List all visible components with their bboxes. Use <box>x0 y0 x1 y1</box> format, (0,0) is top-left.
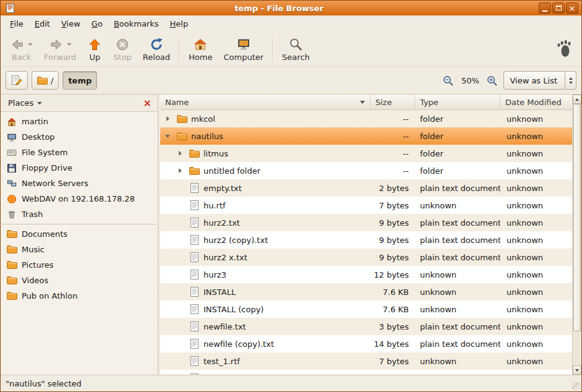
toggle-location-entry-button[interactable] <box>6 71 28 90</box>
expander-icon[interactable] <box>176 166 185 175</box>
file-row-litmus[interactable]: litmus--folderunknown <box>160 145 572 162</box>
menu-view[interactable]: View <box>56 17 86 30</box>
sidebar-item-label: Pictures <box>22 260 53 270</box>
webdav-icon <box>6 194 17 204</box>
dropdown-arrow-icon[interactable] <box>28 43 33 46</box>
sidebar-item-trash[interactable]: Trash <box>1 207 158 222</box>
file-row-untitled-folder[interactable]: untitled folder--folderunknown <box>160 162 572 179</box>
menu-help[interactable]: Help <box>165 17 194 30</box>
file-type-cell: unknown <box>415 201 500 210</box>
places-selector[interactable]: Places <box>4 97 46 109</box>
gnome-foot-icon <box>557 40 571 58</box>
file-size-cell: -- <box>370 132 415 141</box>
column-header-size[interactable]: Size <box>370 95 415 109</box>
menu-bookmarks[interactable]: Bookmarks <box>108 17 165 30</box>
file-name-cell: litmus <box>160 149 370 158</box>
close-button[interactable]: × <box>566 2 578 14</box>
toolbar-button-up[interactable]: Up <box>82 35 108 63</box>
file-date-cell: unknown <box>500 184 572 193</box>
sidebar-item-martin[interactable]: martin <box>1 114 158 129</box>
view-mode-steppers[interactable] <box>565 72 576 89</box>
file-row-mkcol[interactable]: mkcol--folderunknown <box>160 110 572 127</box>
forward-icon <box>49 36 72 53</box>
scrollbar-track[interactable] <box>573 104 581 365</box>
column-header-name[interactable]: Name <box>160 95 370 109</box>
expander-icon[interactable] <box>176 149 185 158</box>
file-row-install-copy[interactable]: INSTALL (copy)7.6 KBunknownunknown <box>160 300 572 318</box>
sidebar-item-network-servers[interactable]: Network Servers <box>1 176 158 191</box>
minimize-button[interactable] <box>539 2 551 14</box>
file-name: newfile (copy).txt <box>203 339 274 349</box>
file-name: newfile.txt <box>203 322 246 331</box>
sidebar-item-pictures[interactable]: Pictures <box>1 257 158 273</box>
toolbar-button-home[interactable]: Home <box>183 35 218 63</box>
trash-icon <box>6 210 17 219</box>
titlebar[interactable]: temp - File Browser × <box>1 1 581 15</box>
file-name: hurz2 (copy).txt <box>203 236 268 245</box>
column-header-type[interactable]: Type <box>415 95 500 109</box>
file-row-hu-rtf[interactable]: hu.rtf7 bytesunknownunknown <box>160 197 572 214</box>
toolbar-button-search[interactable]: Search <box>276 35 315 63</box>
toolbar-button-forward[interactable]: Forward <box>38 35 82 63</box>
file-type-cell: plain text document <box>415 339 500 349</box>
stop-icon <box>115 36 130 53</box>
path-button-current[interactable]: temp <box>62 71 97 90</box>
sidebar-header: Places × <box>1 95 158 112</box>
toolbar-button-stop[interactable]: Stop <box>108 35 137 63</box>
search-icon <box>288 36 303 53</box>
file-row-hurz2-x-txt[interactable]: hurz2 x.txt9 bytesplain text documentunk… <box>160 249 572 266</box>
vertical-scrollbar[interactable] <box>572 95 581 375</box>
toolbar-button-computer[interactable]: Computer <box>218 35 269 63</box>
file-date-cell: unknown <box>500 114 572 124</box>
sidebar-item-label: File System <box>22 148 67 157</box>
sidebar-item-documents[interactable]: Documents <box>1 226 158 242</box>
sidebar-item-videos[interactable]: Videos <box>1 273 158 288</box>
sidebar-item-file-system[interactable]: File System <box>1 145 158 160</box>
file-row-install[interactable]: INSTALL7.6 KBunknownunknown <box>160 283 572 300</box>
file-row-newfile-txt[interactable]: newfile.txt3 bytesplain text documentunk… <box>160 318 572 335</box>
sidebar-item-webdav-on-192-168-178-28[interactable]: WebDAV on 192.168.178.28 <box>1 191 158 207</box>
file-browser-window: temp - File Browser × FileEditViewGoBook… <box>0 0 582 392</box>
toolbar-button-label: Computer <box>223 53 263 62</box>
sidebar-item-pub-on-athlon[interactable]: Pub on Athlon <box>1 288 158 304</box>
sidebar-item-music[interactable]: Music <box>1 242 158 257</box>
scrollbar-thumb[interactable] <box>573 104 581 331</box>
expander-spacer <box>176 339 185 348</box>
expander-icon[interactable] <box>164 114 173 123</box>
zoom-in-button[interactable] <box>484 75 500 87</box>
file-row-nautilus[interactable]: nautilus--folderunknown <box>160 127 572 145</box>
dropdown-arrow-icon[interactable] <box>67 43 72 46</box>
zoom-out-button[interactable] <box>440 75 456 87</box>
scroll-up-button[interactable] <box>573 95 581 104</box>
file-name-cell: INSTALL (copy) <box>160 304 370 314</box>
scroll-down-button[interactable] <box>573 365 581 375</box>
view-mode-select[interactable]: View as List <box>503 71 576 90</box>
menu-edit[interactable]: Edit <box>29 17 56 30</box>
column-header-date-modified[interactable]: Date Modified <box>500 95 572 109</box>
file-row-hurz3[interactable]: hurz312 bytesunknownunknown <box>160 266 572 283</box>
file-row-untitled-folder-2[interactable]: untitled folder (2)1.7 KBunknownunknown <box>160 370 572 375</box>
maximize-button[interactable] <box>552 2 565 14</box>
file-row-empty-txt[interactable]: empty.txt2 bytesplain text documentunkno… <box>160 179 572 197</box>
menu-file[interactable]: File <box>4 17 29 30</box>
expander-icon[interactable] <box>164 132 173 140</box>
file-size-cell: 7.6 KB <box>370 305 415 314</box>
toolbar-button-back[interactable]: Back <box>4 35 38 63</box>
file-row-test-1-rtf[interactable]: test_1.rtf7 bytesunknownunknown <box>160 352 572 370</box>
file-row-hurz2-copy-txt[interactable]: hurz2 (copy).txt9 bytesplain text docume… <box>160 231 572 249</box>
maximize-icon <box>556 6 562 11</box>
path-button-root[interactable]: / <box>32 71 59 90</box>
sidebar-close-button[interactable]: × <box>141 98 154 108</box>
toolbar-button-reload[interactable]: Reload <box>137 35 176 63</box>
sidebar-item-floppy-drive[interactable]: Floppy Drive <box>1 160 158 176</box>
file-date-cell: unknown <box>500 236 572 245</box>
file-size-cell: 7 bytes <box>370 201 415 210</box>
file-size-cell: 3 bytes <box>370 322 415 331</box>
window-controls: × <box>539 2 578 14</box>
places-title: Places <box>8 98 33 108</box>
file-row-hurz2-txt[interactable]: hurz2.txt9 bytesplain text documentunkno… <box>160 214 572 231</box>
file-date-cell: unknown <box>500 339 572 349</box>
sidebar-item-desktop[interactable]: Desktop <box>1 129 158 145</box>
menu-go[interactable]: Go <box>86 17 108 30</box>
file-row-newfile-copy-txt[interactable]: newfile (copy).txt14 bytesplain text doc… <box>160 335 572 352</box>
